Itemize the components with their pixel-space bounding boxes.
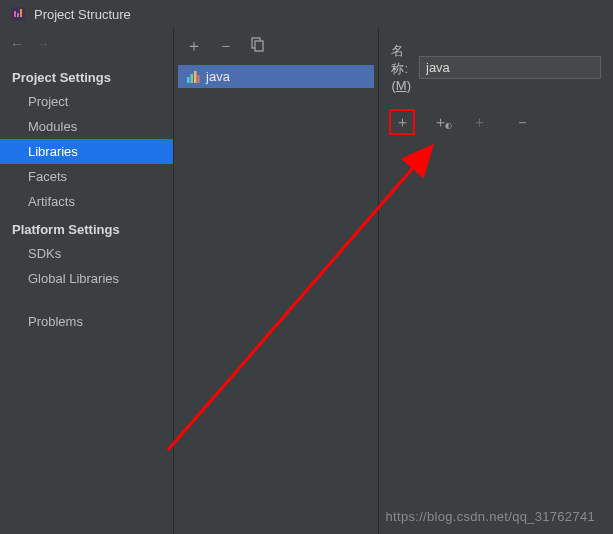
add-root-icon[interactable]: ＋	[389, 109, 415, 135]
sidebar-item-problems[interactable]: Problems	[0, 309, 173, 334]
library-detail-panel: 名称:(M) ＋ ＋◐ ＋﹒ －	[379, 28, 613, 534]
sidebar-item-modules[interactable]: Modules	[0, 114, 173, 139]
name-row: 名称:(M)	[379, 42, 613, 105]
add-disabled-icon: ＋﹒	[469, 109, 495, 135]
sidebar-item-facets[interactable]: Facets	[0, 164, 173, 189]
back-icon[interactable]: ←	[10, 36, 24, 52]
add-maven-icon[interactable]: ＋◐	[429, 109, 455, 135]
sidebar-item-libraries[interactable]: Libraries	[0, 139, 173, 164]
svg-rect-4	[191, 74, 194, 83]
forward-icon[interactable]: →	[36, 36, 50, 52]
window-title: Project Structure	[34, 7, 131, 22]
section-project-settings: Project Settings	[0, 62, 173, 89]
remove-root-icon[interactable]: －	[509, 109, 535, 135]
add-library-icon[interactable]: ＋	[186, 36, 202, 57]
sidebar-item-artifacts[interactable]: Artifacts	[0, 189, 173, 214]
nav-arrows: ← →	[0, 30, 173, 62]
svg-rect-3	[187, 77, 190, 83]
section-platform-settings: Platform Settings	[0, 214, 173, 241]
sidebar-item-global-libraries[interactable]: Global Libraries	[0, 266, 173, 291]
svg-rect-5	[194, 71, 197, 83]
libraries-toolbar: ＋ －	[174, 28, 378, 65]
copy-library-icon[interactable]	[250, 37, 265, 56]
library-icon	[186, 70, 200, 84]
library-item-label: java	[206, 69, 230, 84]
titlebar: Project Structure	[0, 0, 613, 28]
watermark: https://blog.csdn.net/qq_31762741	[386, 509, 595, 524]
remove-library-icon[interactable]: －	[218, 36, 234, 57]
sidebar-item-project[interactable]: Project	[0, 89, 173, 114]
app-icon	[10, 6, 26, 22]
library-detail-toolbar: ＋ ＋◐ ＋﹒ －	[379, 105, 613, 139]
sidebar-item-sdks[interactable]: SDKs	[0, 241, 173, 266]
svg-rect-2	[255, 41, 263, 51]
library-item-java[interactable]: java	[178, 65, 374, 88]
name-label: 名称:(M)	[391, 42, 411, 93]
content-area: ← → Project Settings Project Modules Lib…	[0, 28, 613, 534]
libraries-panel: ＋ － java	[173, 28, 379, 534]
left-sidebar: ← → Project Settings Project Modules Lib…	[0, 28, 173, 534]
svg-rect-6	[198, 75, 200, 83]
name-input[interactable]	[419, 56, 601, 79]
